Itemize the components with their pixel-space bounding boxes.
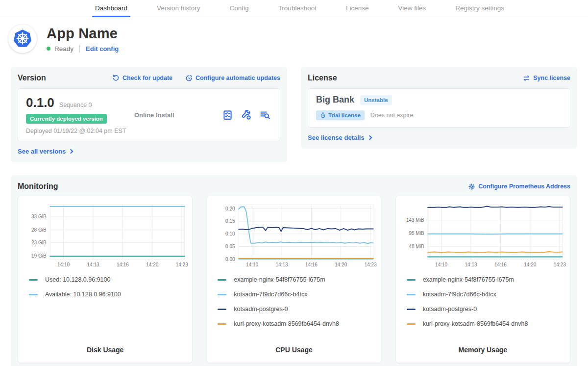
svg-text:33 GiB: 33 GiB [31, 214, 47, 219]
edit-config-link[interactable]: Edit config [86, 45, 119, 52]
tab-dashboard[interactable]: Dashboard [94, 0, 128, 17]
version-title: Version [18, 74, 46, 82]
legend-label: kotsadm-7f9dc7d66c-b4tcx [234, 291, 307, 298]
customer-name: Big Bank [316, 95, 354, 105]
svg-text:0.10: 0.10 [225, 231, 235, 236]
disk-usage-legend: Used: 10.128.0.96:9100Available: 10.128.… [29, 276, 188, 298]
check-for-update-link[interactable]: Check for update [112, 75, 172, 82]
install-type: Online Install [134, 111, 222, 119]
chevron-right-icon [69, 149, 74, 154]
stopwatch-icon [320, 112, 326, 118]
deployed-timestamp: Deployed 01/19/22 @ 02:04 pm EST [26, 128, 134, 134]
legend-item: kotsadm-postgres-0 [218, 306, 377, 313]
legend-label: kurl-proxy-kotsadm-8569fb6454-dnvh8 [234, 320, 339, 327]
svg-text:14:16: 14:16 [117, 262, 129, 267]
refresh-icon [112, 75, 120, 82]
tab-view-files[interactable]: View files [397, 0, 427, 17]
divider [79, 45, 80, 52]
license-card: License Sync license Big Bank Unstable [301, 67, 577, 149]
tab-registry-settings[interactable]: Registry settings [454, 0, 505, 17]
svg-text:0.15: 0.15 [225, 218, 235, 224]
svg-text:14:13: 14:13 [276, 262, 288, 267]
preflight-checklist-icon[interactable] [222, 110, 233, 120]
legend-item: kotsadm-7f9dc7d66c-b4tcx [218, 291, 377, 298]
legend-item: Used: 10.128.0.96:9100 [29, 276, 188, 283]
legend-swatch-icon [407, 279, 416, 281]
chevron-right-icon [367, 135, 372, 140]
config-wrench-icon[interactable] [241, 110, 251, 120]
tab-config[interactable]: Config [229, 0, 250, 17]
chart-title: CPU Usage [211, 346, 377, 356]
monitoring-header: Monitoring Configure Prometheus Address [18, 182, 570, 191]
sync-license-link[interactable]: Sync license [523, 75, 570, 82]
monitoring-title: Monitoring [18, 182, 58, 191]
license-title: License [308, 74, 337, 82]
license-expiry: Does not expire [370, 112, 414, 119]
tab-troubleshoot[interactable]: Troubleshoot [277, 0, 318, 17]
legend-swatch-icon [218, 294, 226, 295]
version-info: 0.1.0 Sequence 0 Currently deployed vers… [26, 95, 134, 134]
legend-label: kotsadm-postgres-0 [234, 306, 288, 313]
svg-text:48 MiB: 48 MiB [409, 244, 424, 249]
legend-swatch-icon [407, 323, 416, 325]
cpu-usage-chart-card: 14:1014:1314:1614:2014:230.000.050.100.1… [206, 196, 381, 363]
app-header: App Name Ready Edit config [0, 17, 588, 57]
version-sequence: Sequence 0 [59, 102, 92, 108]
svg-text:14:10: 14:10 [246, 262, 258, 267]
legend-item: kurl-proxy-kotsadm-8569fb6454-dnvh8 [407, 320, 566, 327]
configure-auto-updates-link[interactable]: Configure automatic updates [185, 75, 280, 82]
svg-text:14:10: 14:10 [435, 262, 447, 267]
disk-usage-chart: 14:1014:1314:1614:2014:2319 GiB23 GiB28 … [22, 201, 188, 270]
logs-magnifier-icon[interactable] [260, 110, 270, 120]
svg-text:0.20: 0.20 [225, 206, 235, 211]
memory-usage-chart: 14:1014:1314:1614:2014:2348 MiB95 MiB143… [400, 201, 566, 270]
svg-text:23 GiB: 23 GiB [31, 240, 47, 245]
legend-label: example-nginx-54f8f76755-l675m [234, 276, 325, 283]
svg-text:14:10: 14:10 [57, 262, 70, 267]
legend-swatch-icon [407, 309, 416, 310]
top-cards-row: Version Check for update Configure au [11, 67, 577, 162]
trial-license-badge: Trial license [316, 110, 365, 120]
legend-item: kotsadm-postgres-0 [407, 306, 566, 313]
svg-text:95 MiB: 95 MiB [409, 231, 424, 236]
see-all-versions-link[interactable]: See all versions [18, 148, 73, 155]
svg-text:14:23: 14:23 [553, 262, 565, 267]
monitoring-card: Monitoring Configure Prometheus Address … [11, 175, 577, 366]
legend-swatch-icon [29, 294, 38, 295]
legend-label: Available: 10.128.0.96:9100 [45, 291, 121, 298]
svg-text:14:16: 14:16 [494, 262, 507, 267]
svg-text:143 MiB: 143 MiB [406, 217, 424, 223]
svg-text:14:20: 14:20 [146, 262, 158, 267]
ready-dot-icon [47, 47, 50, 51]
legend-item: kotsadm-7f9dc7d66c-b4tcx [407, 291, 566, 298]
svg-text:28 GiB: 28 GiB [31, 227, 47, 233]
status-row: Ready Edit config [47, 45, 119, 52]
version-number: 0.1.0 [26, 95, 54, 110]
kubernetes-icon [11, 27, 34, 50]
configure-prometheus-link[interactable]: Configure Prometheus Address [468, 183, 570, 190]
disk-usage-chart-card: 14:1014:1314:1614:2014:2319 GiB23 GiB28 … [18, 196, 193, 363]
app-title-block: App Name Ready Edit config [47, 26, 119, 52]
memory-usage-chart-card: 14:1014:1314:1614:2014:2348 MiB95 MiB143… [395, 196, 570, 363]
deployed-badge: Currently deployed version [26, 114, 107, 124]
license-summary: Big Bank Unstable Trial license Does not… [308, 88, 570, 128]
svg-text:19 GiB: 19 GiB [31, 253, 47, 259]
tab-version-history[interactable]: Version history [156, 0, 201, 17]
sync-arrows-icon [523, 75, 530, 82]
version-actions [222, 110, 272, 120]
legend-label: example-nginx-54f8f76755-l675m [423, 276, 514, 283]
legend-item: example-nginx-54f8f76755-l675m [218, 276, 377, 283]
cpu-usage-chart: 14:1014:1314:1614:2014:230.000.050.100.1… [211, 201, 377, 270]
version-card-header: Version Check for update Configure au [18, 74, 280, 82]
legend-item: kurl-proxy-kotsadm-8569fb6454-dnvh8 [218, 320, 377, 327]
tab-license[interactable]: License [345, 0, 370, 17]
update-clock-icon [185, 75, 193, 82]
legend-item: Available: 10.128.0.96:9100 [29, 291, 188, 298]
legend-swatch-icon [218, 323, 226, 325]
svg-text:14:20: 14:20 [524, 262, 536, 267]
see-license-details-link[interactable]: See license details [308, 134, 371, 141]
memory-usage-legend: example-nginx-54f8f76755-l675mkotsadm-7f… [407, 276, 566, 327]
gear-icon [468, 183, 475, 190]
svg-text:14:20: 14:20 [335, 262, 347, 267]
svg-text:14:16: 14:16 [305, 262, 318, 267]
